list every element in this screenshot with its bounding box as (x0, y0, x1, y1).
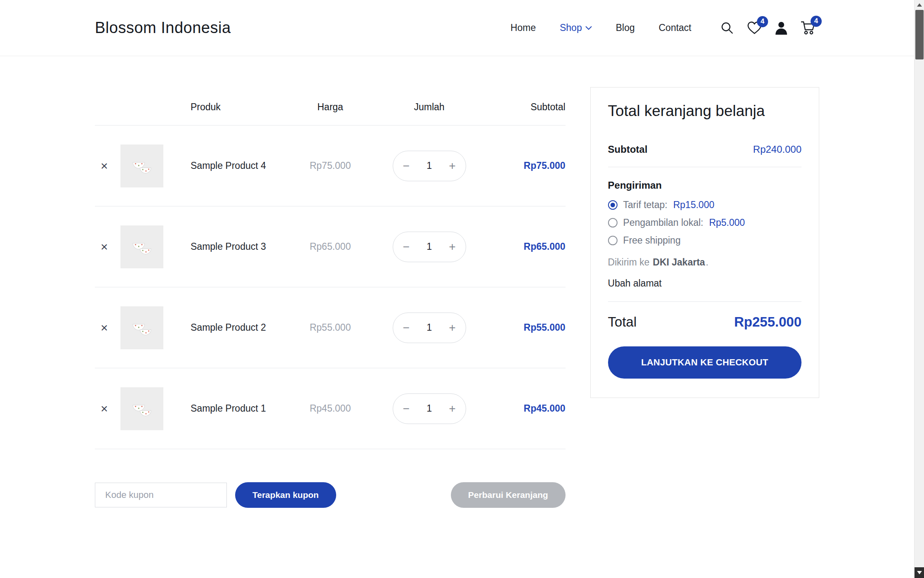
product-price: Rp55.000 (285, 322, 376, 333)
account-button[interactable] (775, 21, 788, 35)
search-button[interactable] (720, 21, 734, 35)
shipping-option-price: Rp5.000 (709, 217, 745, 228)
line-subtotal: Rp65.000 (483, 241, 566, 252)
radio-icon[interactable] (608, 236, 618, 245)
product-price: Rp45.000 (285, 403, 376, 414)
scrollbar-thumb[interactable] (915, 10, 924, 59)
user-icon (775, 21, 788, 35)
bowl-product-image (128, 152, 156, 180)
decrease-quantity-button[interactable]: − (403, 160, 410, 172)
column-header-product: Produk (182, 102, 285, 113)
subtotal-label: Subtotal (608, 144, 648, 155)
chevron-down-icon (585, 26, 592, 30)
shipping-option-local-pickup[interactable]: Pengambilan lokal: Rp5.000 (608, 217, 801, 228)
ship-to-prefix: Dikirim ke (608, 257, 650, 268)
apply-coupon-button[interactable]: Terapkan kupon (235, 482, 336, 508)
bowl-product-image (128, 314, 156, 341)
product-thumbnail[interactable] (120, 225, 163, 268)
cart-totals-title: Total keranjang belanja (608, 102, 801, 120)
radio-icon[interactable] (608, 200, 618, 210)
cart-item-row: × Sample Product 2 Rp55.000 − 1 + Rp55.0… (95, 287, 566, 368)
increase-quantity-button[interactable]: + (449, 241, 455, 253)
cart-page: Produk Harga Jumlah Subtotal × Sample Pr… (95, 56, 819, 508)
product-name[interactable]: Sample Product 4 (182, 160, 285, 171)
cart-table-header: Produk Harga Jumlah Subtotal (95, 88, 566, 126)
coupon-code-input[interactable] (95, 483, 227, 507)
ship-to-destination: DKI Jakarta (653, 257, 705, 268)
checkout-button[interactable]: LANJUTKAN KE CHECKOUT (608, 346, 801, 379)
decrease-quantity-button[interactable]: − (403, 322, 410, 334)
site-header: Blossom Indonesia Home Shop Blog Contact (0, 0, 924, 56)
scroll-down-arrow-icon[interactable] (915, 567, 924, 578)
cart-count-badge: 4 (811, 16, 822, 27)
cart-actions: Terapkan kupon Perbarui Keranjang (95, 482, 566, 508)
column-header-quantity: Jumlah (376, 102, 483, 113)
nav-blog-label: Blog (616, 22, 635, 33)
bowl-product-image (128, 395, 156, 422)
quantity-value[interactable]: 1 (427, 241, 432, 252)
nav-home[interactable]: Home (511, 22, 536, 33)
main-nav: Home Shop Blog Contact (511, 22, 691, 33)
cart-item-row: × Sample Product 1 Rp45.000 − 1 + Rp45.0… (95, 368, 566, 449)
update-cart-button[interactable]: Perbarui Keranjang (451, 482, 566, 508)
increase-quantity-button[interactable]: + (449, 403, 455, 415)
remove-item-button[interactable]: × (95, 160, 108, 172)
decrease-quantity-button[interactable]: − (403, 241, 410, 253)
radio-icon[interactable] (608, 218, 618, 227)
product-name[interactable]: Sample Product 1 (182, 403, 285, 414)
increase-quantity-button[interactable]: + (449, 160, 455, 172)
quantity-value[interactable]: 1 (427, 403, 432, 414)
product-thumbnail[interactable] (120, 387, 163, 430)
shipping-label: Pengiriman (608, 180, 801, 191)
remove-item-button[interactable]: × (95, 403, 108, 415)
remove-item-button[interactable]: × (95, 241, 108, 253)
subtotal-value: Rp240.000 (753, 144, 801, 155)
shipping-option-free-shipping[interactable]: Free shipping (608, 235, 801, 246)
scrollbar[interactable] (914, 0, 924, 578)
cart-item-row: × Sample Product 4 Rp75.000 − 1 + Rp75.0… (95, 126, 566, 206)
product-thumbnail[interactable] (120, 306, 163, 349)
subtotal-row: Subtotal Rp240.000 (608, 134, 801, 167)
shipping-option-label: Free shipping (623, 235, 681, 246)
wishlist-button[interactable]: 4 (747, 21, 762, 35)
shipping-option-price: Rp15.000 (673, 199, 714, 211)
quantity-stepper: − 1 + (393, 313, 466, 343)
total-row: Total Rp255.000 (608, 302, 801, 332)
shipping-option-label: Pengambilan lokal: (623, 217, 703, 228)
product-name[interactable]: Sample Product 3 (182, 241, 285, 252)
nav-shop[interactable]: Shop (560, 22, 592, 33)
increase-quantity-button[interactable]: + (449, 322, 455, 334)
line-subtotal: Rp45.000 (483, 403, 566, 414)
nav-home-label: Home (511, 22, 536, 33)
ship-to-suffix: . (706, 257, 708, 268)
ship-to-text: Dikirim keDKI Jakarta. (608, 257, 801, 268)
product-price: Rp65.000 (285, 241, 376, 252)
cart-table: Produk Harga Jumlah Subtotal × Sample Pr… (95, 56, 566, 508)
nav-contact[interactable]: Contact (659, 22, 691, 33)
product-thumbnail[interactable] (120, 144, 163, 187)
nav-shop-label: Shop (560, 22, 582, 33)
quantity-stepper: − 1 + (393, 393, 466, 424)
line-subtotal: Rp55.000 (483, 322, 566, 333)
decrease-quantity-button[interactable]: − (403, 403, 410, 415)
wishlist-count-badge: 4 (757, 16, 768, 27)
cart-button[interactable]: 4 (800, 21, 816, 36)
product-price: Rp75.000 (285, 160, 376, 171)
change-address-link[interactable]: Ubah alamat (608, 278, 662, 289)
nav-contact-label: Contact (659, 22, 691, 33)
shipping-option-flat-rate[interactable]: Tarif tetap: Rp15.000 (608, 199, 801, 211)
scroll-up-arrow-icon[interactable] (915, 0, 924, 10)
quantity-stepper: − 1 + (393, 151, 466, 181)
column-header-price: Harga (285, 102, 376, 113)
shipping-option-label: Tarif tetap: (623, 199, 667, 211)
site-logo[interactable]: Blossom Indonesia (95, 19, 231, 37)
quantity-value[interactable]: 1 (427, 322, 432, 333)
product-name[interactable]: Sample Product 2 (182, 322, 285, 333)
nav-blog[interactable]: Blog (616, 22, 635, 33)
search-icon (720, 21, 734, 35)
remove-item-button[interactable]: × (95, 322, 108, 334)
quantity-value[interactable]: 1 (427, 160, 432, 171)
quantity-stepper: − 1 + (393, 232, 466, 262)
line-subtotal: Rp75.000 (483, 160, 566, 171)
column-header-subtotal: Subtotal (483, 102, 566, 113)
